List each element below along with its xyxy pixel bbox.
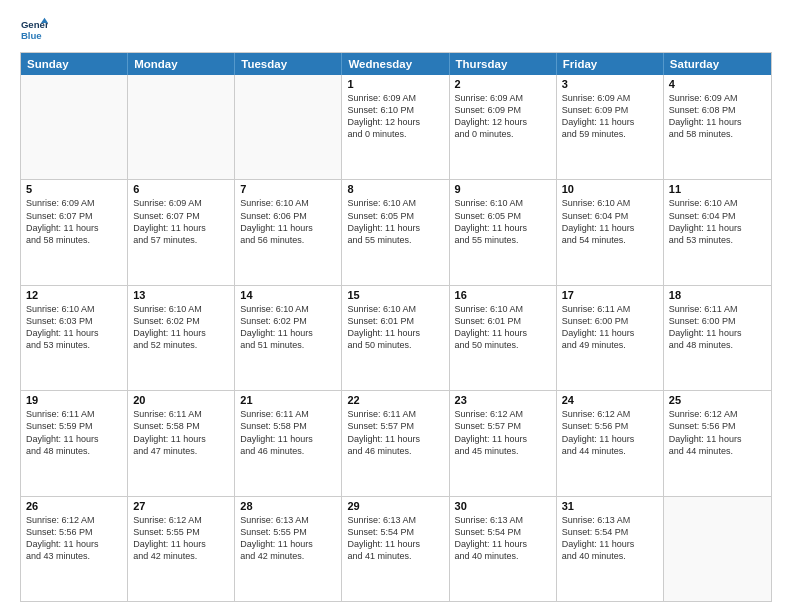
- cell-info-line: Sunrise: 6:10 AM: [347, 303, 443, 315]
- calendar-cell: [128, 75, 235, 179]
- cell-info-line: Sunrise: 6:11 AM: [240, 408, 336, 420]
- cell-info-line: Sunrise: 6:09 AM: [26, 197, 122, 209]
- cell-info-line: Daylight: 11 hours: [562, 538, 658, 550]
- calendar-row: 12Sunrise: 6:10 AMSunset: 6:03 PMDayligh…: [21, 285, 771, 390]
- weekday-header: Tuesday: [235, 53, 342, 75]
- cell-info-line: Sunrise: 6:12 AM: [669, 408, 766, 420]
- cell-info-line: Sunrise: 6:10 AM: [455, 197, 551, 209]
- cell-info-line: Daylight: 12 hours: [347, 116, 443, 128]
- day-number: 7: [240, 183, 336, 195]
- cell-info-line: Sunset: 6:02 PM: [240, 315, 336, 327]
- cell-info-line: Daylight: 11 hours: [26, 327, 122, 339]
- page: General Blue SundayMondayTuesdayWednesda…: [0, 0, 792, 612]
- cell-info-line: Sunrise: 6:12 AM: [455, 408, 551, 420]
- cell-info-line: Sunset: 6:05 PM: [455, 210, 551, 222]
- day-number: 23: [455, 394, 551, 406]
- calendar-cell: [664, 497, 771, 601]
- cell-info-line: Daylight: 11 hours: [133, 327, 229, 339]
- cell-info-line: Daylight: 11 hours: [240, 222, 336, 234]
- cell-info-line: Daylight: 11 hours: [133, 433, 229, 445]
- cell-info-line: Sunrise: 6:13 AM: [347, 514, 443, 526]
- day-number: 18: [669, 289, 766, 301]
- day-number: 22: [347, 394, 443, 406]
- cell-info-line: Daylight: 11 hours: [347, 327, 443, 339]
- cell-info-line: Daylight: 11 hours: [347, 538, 443, 550]
- cell-info-line: Daylight: 11 hours: [669, 222, 766, 234]
- cell-info-line: Daylight: 11 hours: [562, 222, 658, 234]
- cell-info-line: and 50 minutes.: [455, 339, 551, 351]
- cell-info-line: Sunrise: 6:10 AM: [347, 197, 443, 209]
- calendar-cell: 31Sunrise: 6:13 AMSunset: 5:54 PMDayligh…: [557, 497, 664, 601]
- cell-info-line: Daylight: 11 hours: [455, 433, 551, 445]
- cell-info-line: Sunrise: 6:11 AM: [26, 408, 122, 420]
- cell-info-line: Sunrise: 6:10 AM: [133, 303, 229, 315]
- cell-info-line: and 59 minutes.: [562, 128, 658, 140]
- cell-info-line: and 44 minutes.: [669, 445, 766, 457]
- day-number: 13: [133, 289, 229, 301]
- cell-info-line: Daylight: 11 hours: [455, 222, 551, 234]
- day-number: 14: [240, 289, 336, 301]
- calendar-cell: 4Sunrise: 6:09 AMSunset: 6:08 PMDaylight…: [664, 75, 771, 179]
- cell-info-line: and 42 minutes.: [133, 550, 229, 562]
- cell-info-line: Daylight: 11 hours: [669, 116, 766, 128]
- cell-info-line: Daylight: 11 hours: [562, 433, 658, 445]
- cell-info-line: and 44 minutes.: [562, 445, 658, 457]
- cell-info-line: Sunset: 6:00 PM: [562, 315, 658, 327]
- cell-info-line: Daylight: 11 hours: [669, 327, 766, 339]
- cell-info-line: and 55 minutes.: [347, 234, 443, 246]
- cell-info-line: Sunset: 5:58 PM: [240, 420, 336, 432]
- cell-info-line: and 46 minutes.: [347, 445, 443, 457]
- calendar-cell: 27Sunrise: 6:12 AMSunset: 5:55 PMDayligh…: [128, 497, 235, 601]
- calendar-cell: [21, 75, 128, 179]
- calendar-cell: 17Sunrise: 6:11 AMSunset: 6:00 PMDayligh…: [557, 286, 664, 390]
- cell-info-line: Daylight: 11 hours: [26, 433, 122, 445]
- cell-info-line: Sunset: 6:01 PM: [347, 315, 443, 327]
- day-number: 20: [133, 394, 229, 406]
- day-number: 12: [26, 289, 122, 301]
- calendar-cell: 9Sunrise: 6:10 AMSunset: 6:05 PMDaylight…: [450, 180, 557, 284]
- calendar-cell: 21Sunrise: 6:11 AMSunset: 5:58 PMDayligh…: [235, 391, 342, 495]
- day-number: 24: [562, 394, 658, 406]
- cell-info-line: Daylight: 11 hours: [133, 538, 229, 550]
- cell-info-line: Sunset: 5:55 PM: [133, 526, 229, 538]
- cell-info-line: Sunset: 6:03 PM: [26, 315, 122, 327]
- cell-info-line: Sunrise: 6:09 AM: [455, 92, 551, 104]
- calendar-cell: 11Sunrise: 6:10 AMSunset: 6:04 PMDayligh…: [664, 180, 771, 284]
- day-number: 1: [347, 78, 443, 90]
- cell-info-line: Sunrise: 6:10 AM: [669, 197, 766, 209]
- calendar-cell: 14Sunrise: 6:10 AMSunset: 6:02 PMDayligh…: [235, 286, 342, 390]
- cell-info-line: Daylight: 11 hours: [26, 538, 122, 550]
- day-number: 3: [562, 78, 658, 90]
- calendar-header: SundayMondayTuesdayWednesdayThursdayFrid…: [21, 53, 771, 75]
- cell-info-line: Daylight: 11 hours: [562, 327, 658, 339]
- calendar-cell: [235, 75, 342, 179]
- day-number: 26: [26, 500, 122, 512]
- cell-info-line: and 48 minutes.: [26, 445, 122, 457]
- cell-info-line: Sunrise: 6:09 AM: [669, 92, 766, 104]
- calendar-cell: 8Sunrise: 6:10 AMSunset: 6:05 PMDaylight…: [342, 180, 449, 284]
- day-number: 31: [562, 500, 658, 512]
- cell-info-line: and 46 minutes.: [240, 445, 336, 457]
- cell-info-line: and 42 minutes.: [240, 550, 336, 562]
- calendar-cell: 20Sunrise: 6:11 AMSunset: 5:58 PMDayligh…: [128, 391, 235, 495]
- cell-info-line: Sunset: 5:56 PM: [669, 420, 766, 432]
- cell-info-line: Sunset: 5:54 PM: [455, 526, 551, 538]
- day-number: 5: [26, 183, 122, 195]
- calendar-cell: 1Sunrise: 6:09 AMSunset: 6:10 PMDaylight…: [342, 75, 449, 179]
- cell-info-line: Sunrise: 6:12 AM: [562, 408, 658, 420]
- cell-info-line: Sunrise: 6:11 AM: [562, 303, 658, 315]
- day-number: 11: [669, 183, 766, 195]
- cell-info-line: Daylight: 11 hours: [133, 222, 229, 234]
- day-number: 9: [455, 183, 551, 195]
- cell-info-line: Sunrise: 6:09 AM: [347, 92, 443, 104]
- svg-text:Blue: Blue: [21, 30, 42, 41]
- day-number: 21: [240, 394, 336, 406]
- cell-info-line: Sunset: 6:05 PM: [347, 210, 443, 222]
- cell-info-line: Sunset: 6:07 PM: [26, 210, 122, 222]
- cell-info-line: and 40 minutes.: [562, 550, 658, 562]
- cell-info-line: Daylight: 11 hours: [240, 538, 336, 550]
- day-number: 30: [455, 500, 551, 512]
- cell-info-line: Sunset: 6:07 PM: [133, 210, 229, 222]
- weekday-header: Monday: [128, 53, 235, 75]
- cell-info-line: Sunrise: 6:12 AM: [133, 514, 229, 526]
